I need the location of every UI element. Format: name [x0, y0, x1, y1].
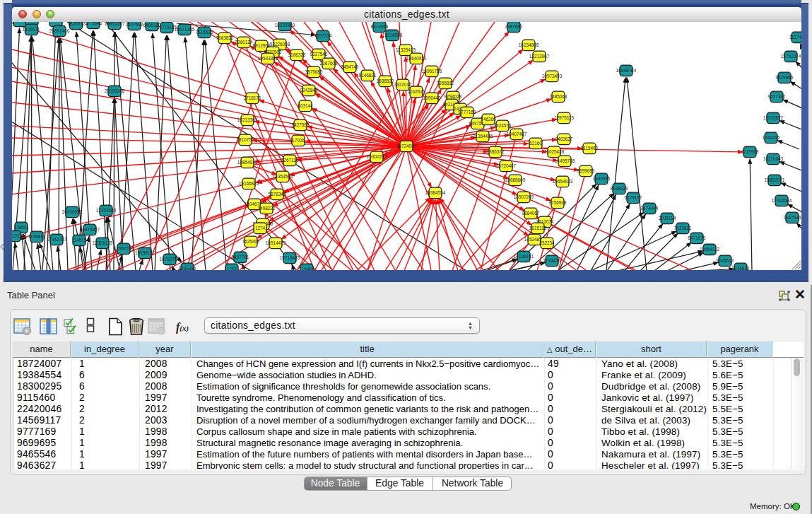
- svg-text:114519: 114519: [72, 238, 87, 243]
- svg-text:10407487: 10407487: [507, 132, 527, 136]
- svg-text:1405571: 1405571: [23, 27, 40, 32]
- svg-text:15166825: 15166825: [239, 181, 259, 186]
- svg-text:18640910: 18640910: [406, 56, 427, 61]
- svg-text:1292: 1292: [227, 267, 237, 270]
- svg-text:5878342: 5878342: [269, 192, 286, 197]
- svg-text:19384554: 19384554: [425, 190, 446, 195]
- svg-text:15720407: 15720407: [496, 163, 517, 168]
- svg-text:17016504: 17016504: [772, 198, 792, 203]
- svg-text:10782759: 10782759: [160, 257, 180, 262]
- svg-text:3624574: 3624574: [494, 123, 512, 128]
- svg-text:9474444: 9474444: [641, 206, 659, 211]
- svg-text:2718176: 2718176: [244, 95, 261, 100]
- svg-text:1546: 1546: [302, 267, 312, 270]
- svg-text:9699695: 9699695: [577, 168, 595, 173]
- svg-text:9327546: 9327546: [310, 52, 328, 57]
- svg-text:10025438: 10025438: [544, 149, 565, 154]
- svg-text:9245612: 9245612: [717, 258, 734, 263]
- svg-text:10654112: 10654112: [700, 247, 719, 252]
- svg-text:3215958: 3215958: [741, 149, 759, 154]
- svg-text:9777169: 9777169: [459, 110, 476, 115]
- svg-text:9329966: 9329966: [776, 75, 794, 80]
- svg-text:8427552: 8427552: [292, 122, 310, 127]
- svg-text:16914479: 16914479: [266, 240, 286, 245]
- svg-text:8454749: 8454749: [341, 64, 359, 69]
- svg-text:1640936: 1640936: [593, 176, 611, 181]
- svg-text:10853267: 10853267: [105, 22, 125, 26]
- svg-text:8813054: 8813054: [371, 24, 389, 29]
- svg-text:10958117: 10958117: [135, 250, 155, 255]
- svg-text:7663822: 7663822: [216, 35, 234, 40]
- svg-text:9884067: 9884067: [522, 211, 540, 216]
- svg-text:10543382: 10543382: [258, 56, 278, 61]
- svg-text:18907249: 18907249: [514, 194, 534, 199]
- svg-text:20691406: 20691406: [49, 28, 70, 33]
- svg-text:7515526: 7515526: [196, 30, 213, 35]
- svg-text:2367608: 2367608: [320, 61, 338, 66]
- svg-text:1162615: 1162615: [408, 89, 425, 94]
- svg-text:1990443: 1990443: [423, 95, 441, 100]
- svg-text:16154808: 16154808: [519, 42, 539, 47]
- svg-text:17353934: 17353934: [96, 208, 117, 213]
- svg-text:18724007: 18724007: [396, 144, 417, 148]
- svg-text:9245613: 9245613: [732, 266, 750, 270]
- svg-text:1244415: 1244415: [763, 135, 780, 140]
- svg-text:9794028: 9794028: [445, 94, 462, 99]
- svg-text:9463627: 9463627: [555, 136, 573, 141]
- svg-text:2386372: 2386372: [487, 149, 505, 154]
- svg-text:11325419: 11325419: [396, 47, 416, 52]
- svg-text:8938923: 8938923: [611, 186, 628, 191]
- svg-text:1805572: 1805572: [68, 22, 86, 26]
- svg-text:3322012: 3322012: [394, 82, 412, 87]
- svg-text:20053346: 20053346: [105, 88, 125, 93]
- svg-text:7632621: 7632621: [674, 226, 692, 230]
- svg-text:17942757: 17942757: [47, 237, 67, 242]
- svg-text:391151: 391151: [12, 233, 22, 238]
- svg-text:1588520: 1588520: [377, 78, 394, 83]
- svg-text:1733426: 1733426: [543, 258, 561, 263]
- svg-text:1498222: 1498222: [258, 206, 276, 211]
- svg-text:16671355: 16671355: [175, 27, 195, 32]
- svg-text:12505135: 12505135: [93, 240, 113, 245]
- svg-text:15692971: 15692971: [765, 177, 785, 182]
- svg-text:1156817: 1156817: [28, 234, 46, 239]
- svg-text:178501: 178501: [13, 225, 29, 230]
- svg-text:16961758: 16961758: [422, 69, 442, 74]
- svg-text:12033872: 12033872: [763, 115, 784, 120]
- svg-text:803144: 803144: [298, 103, 313, 108]
- svg-text:19218506: 19218506: [382, 33, 403, 37]
- svg-text:12975115: 12975115: [554, 115, 574, 120]
- svg-text:16210643: 16210643: [763, 156, 784, 161]
- svg-text:1292346: 1292346: [179, 266, 196, 270]
- svg-text:9115460: 9115460: [581, 146, 599, 151]
- svg-text:7357224: 7357224: [314, 33, 332, 38]
- svg-text:17006: 17006: [292, 138, 305, 143]
- svg-text:9242848: 9242848: [300, 88, 318, 93]
- svg-text:10973493: 10973493: [542, 74, 563, 78]
- svg-text:17957225: 17957225: [114, 246, 134, 251]
- svg-text:7485063: 7485063: [550, 94, 567, 99]
- svg-text:1167534: 1167534: [784, 215, 801, 220]
- svg-text:9227342: 9227342: [768, 94, 786, 99]
- svg-text:6179197: 6179197: [625, 195, 642, 200]
- svg-text:3875685: 3875685: [305, 69, 323, 74]
- svg-text:19854935: 19854935: [237, 160, 258, 165]
- svg-text:10975857: 10975857: [80, 227, 100, 232]
- svg-text:14353594: 14353594: [273, 174, 293, 179]
- svg-text:9457791: 9457791: [232, 255, 249, 259]
- svg-text:12213967: 12213967: [529, 54, 550, 59]
- svg-text:62160: 62160: [529, 141, 542, 146]
- svg-text:7955812: 7955812: [437, 81, 454, 86]
- svg-text:1527602: 1527602: [126, 22, 143, 27]
- svg-text:3186328: 3186328: [288, 52, 306, 57]
- svg-text:7625402: 7625402: [242, 239, 260, 244]
- svg-text:20206535: 20206535: [62, 209, 83, 214]
- svg-text:1274: 1274: [255, 226, 266, 230]
- svg-text:1117404: 1117404: [789, 35, 801, 40]
- svg-text:19654923: 19654923: [553, 179, 573, 184]
- svg-text:14495758: 14495758: [555, 158, 575, 163]
- svg-text:9756928: 9756928: [549, 200, 567, 205]
- svg-text:12213363: 12213363: [237, 117, 258, 122]
- svg-text:8471676: 8471676: [688, 235, 706, 240]
- svg-text:1279646: 1279646: [85, 22, 102, 25]
